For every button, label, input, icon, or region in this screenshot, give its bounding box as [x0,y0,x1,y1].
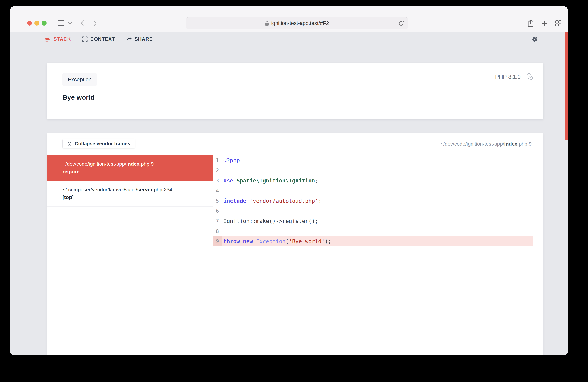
scrollbar-thumb[interactable] [565,32,568,140]
tab-share[interactable]: SHARE [126,36,153,42]
code-line: 7Ignition::make()->register(); [213,216,533,226]
code-text: throw new Exception('Bye world'); [222,236,331,246]
code-line: 2 [213,165,533,175]
collapse-vendor-frames-button[interactable]: Collapse vendor frames [63,139,135,149]
ignition-page: STACK CONTEXT SHARE [10,32,568,355]
share-arrow-icon [126,37,132,41]
stack-frames-list: ~/dev/code/ignition-test-app/index.php:9… [47,155,213,207]
line-number: 6 [213,206,222,216]
frame-method: [top] [63,194,208,200]
url-text: ignition-test-app.test/#F2 [271,20,329,26]
line-number: 4 [213,186,222,196]
address-bar[interactable]: ignition-test-app.test/#F2 [186,17,408,29]
exception-class-badge: Exception [63,74,97,86]
code-line: 5include 'vendor/autoload.php'; [213,196,533,206]
code-text [222,186,223,196]
php-version-label: PHP 8.1.0 [495,74,521,80]
code-line: 4 [213,186,533,196]
php-version-group: PHP 8.1.0 [495,73,533,81]
forward-icon[interactable] [93,20,97,27]
line-number: 1 [213,155,222,165]
sidebar-toggle-icon[interactable] [58,20,64,26]
stack-section: Collapse vendor frames ~/dev/code/igniti… [47,133,543,355]
tab-share-label: SHARE [135,36,153,42]
close-button[interactable] [27,21,32,25]
chevron-down-icon[interactable] [68,22,72,24]
gear-icon[interactable] [531,36,538,42]
share-icon[interactable] [527,19,534,27]
line-number: 3 [213,175,222,186]
code-text: include 'vendor/autoload.php'; [222,196,321,206]
code-file-path: ~/dev/code/ignition-test-app/index.php:9 [213,133,543,155]
browser-window: ignition-test-app.test/#F2 [10,6,568,355]
back-icon[interactable] [80,20,84,27]
tab-context-label: CONTEXT [90,36,115,42]
tab-context[interactable]: CONTEXT [82,36,115,42]
code-line: 6 [213,206,533,216]
frame-path: ~/.composer/vendor/laravel/valet/server.… [63,187,208,193]
code-line: 3use Spatie\Ignition\Ignition; [213,175,533,186]
frame-path: ~/dev/code/ignition-test-app/index.php:9 [63,161,208,167]
line-number: 2 [213,165,222,175]
lock-icon [265,21,269,26]
code-line: 9throw new Exception('Bye world'); [213,236,533,246]
code-text [222,226,223,236]
zoom-button[interactable] [42,21,46,25]
code-line: 1<?php [213,155,533,165]
tab-stack[interactable]: STACK [45,36,71,42]
exception-message: Bye world [63,94,94,101]
stack-frames-panel: Collapse vendor frames ~/dev/code/igniti… [47,133,213,355]
collapse-button-label: Collapse vendor frames [75,141,130,147]
code-text [222,165,223,175]
line-number: 7 [213,216,222,226]
laravel-icon [525,73,533,81]
stack-frame[interactable]: ~/.composer/vendor/laravel/valet/server.… [47,181,213,207]
context-icon [82,36,88,42]
frame-method: require [63,169,208,174]
browser-toolbar: ignition-test-app.test/#F2 [10,6,568,32]
stack-icon [45,37,51,42]
line-number: 8 [213,226,222,236]
collapse-icon [67,141,72,146]
line-number: 9 [213,236,222,246]
tab-overview-icon[interactable] [555,20,562,27]
new-tab-icon[interactable] [542,20,547,26]
code-text [222,206,223,216]
code-editor: 1<?php23use Spatie\Ignition\Ignition;45i… [213,155,533,246]
code-line: 8 [213,226,533,236]
code-panel: ~/dev/code/ignition-test-app/index.php:9… [213,133,543,355]
tab-stack-label: STACK [54,36,71,42]
code-text: use Spatie\Ignition\Ignition; [222,175,318,186]
error-card: Exception Bye world PHP 8.1.0 [47,63,543,119]
stack-frame[interactable]: ~/dev/code/ignition-test-app/index.php:9… [47,155,213,181]
line-number: 5 [213,196,222,206]
ignition-nav: STACK CONTEXT SHARE [45,34,153,44]
code-text: <?php [222,155,240,165]
code-text: Ignition::make()->register(); [222,216,318,226]
minimize-button[interactable] [34,21,39,25]
reload-icon[interactable] [398,20,404,26]
